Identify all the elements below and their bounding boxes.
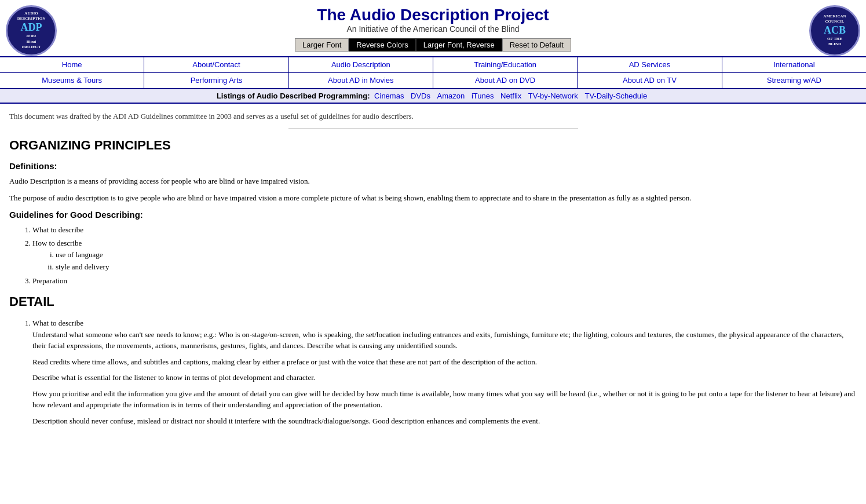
organizing-principles-heading: ORGANIZING PRINCIPLES	[9, 138, 857, 153]
detail-para-2: Read credits where time allows, and subt…	[32, 356, 857, 368]
nav-row-2: Museums & Tours Performing Arts About AD…	[0, 73, 866, 88]
header-center: The Audio Description Project An Initiat…	[295, 6, 571, 52]
logo-left: AUDIODESCRIPTION ADP of theBlindPROJECT	[6, 3, 64, 58]
larger-font-reverse-button[interactable]: Larger Font, Reverse	[416, 38, 502, 52]
detail-para-4: How you prioritise and edit the informat…	[32, 388, 857, 411]
guidelines-heading: Guidelines for Good Describing:	[9, 210, 857, 220]
listings-amazon[interactable]: Amazon	[437, 92, 465, 100]
detail-list: What to describe Understand what someone…	[32, 317, 857, 426]
font-controls: Larger Font Reverse Colors Larger Font, …	[295, 38, 571, 52]
page-header: AUDIODESCRIPTION ADP of theBlindPROJECT …	[0, 0, 866, 56]
nav-streaming-wad[interactable]: Streaming w/AD	[722, 73, 866, 88]
nav-about-ad-movies[interactable]: About AD in Movies	[289, 73, 433, 88]
listings-dvds[interactable]: DVDs	[411, 92, 430, 100]
nav-row-1: Home About/Contact Audio Description Tra…	[0, 57, 866, 73]
reset-to-default-button[interactable]: Reset to Default	[502, 38, 571, 52]
listings-tv-by-network[interactable]: TV-by-Network	[528, 92, 578, 100]
listings-tv-daily-schedule[interactable]: TV-Daily-Schedule	[584, 92, 647, 100]
nav-museums-tours[interactable]: Museums & Tours	[0, 73, 144, 88]
nav-international[interactable]: International	[722, 57, 866, 72]
nav-about-ad-tv[interactable]: About AD on TV	[578, 73, 722, 88]
definitions-heading: Definitions:	[9, 161, 857, 171]
larger-font-button[interactable]: Larger Font	[295, 38, 349, 52]
list-item: Preparation	[32, 275, 857, 287]
detail-para-1: Understand what someone who can't see ne…	[32, 329, 857, 352]
listings-netflix[interactable]: Netflix	[500, 92, 521, 100]
definition-text-2: The purpose of audio description is to g…	[9, 192, 857, 204]
guidelines-list: What to describe How to describe use of …	[32, 224, 857, 287]
main-content: This document was drafted by the ADI AD …	[0, 104, 866, 441]
nav-home[interactable]: Home	[0, 57, 144, 72]
listings-cinemas[interactable]: Cinemas	[374, 92, 404, 100]
detail-para-5: Description should never confuse, mislea…	[32, 415, 857, 427]
detail-item-1: Understand what someone who can't see ne…	[32, 329, 857, 427]
content-divider	[288, 128, 578, 129]
nav-ad-services[interactable]: AD Services	[578, 57, 722, 72]
detail-para-3: Describe what is essential for the liste…	[32, 372, 857, 384]
acb-logo: AMERICANCOUNCIL ACB OF THEBLIND	[809, 5, 860, 56]
detail-list-item: What to describe Understand what someone…	[32, 317, 857, 426]
sub-list: use of language style and delivery	[56, 249, 857, 273]
definition-text-1: Audio Description is a means of providin…	[9, 176, 857, 187]
list-item: How to describe use of language style an…	[32, 238, 857, 273]
adp-logo: AUDIODESCRIPTION ADP of theBlindPROJECT	[6, 5, 57, 56]
nav-audio-description[interactable]: Audio Description	[289, 57, 433, 72]
nav-about-contact[interactable]: About/Contact	[144, 57, 288, 72]
nav-about-ad-dvd[interactable]: About AD on DVD	[433, 73, 578, 88]
list-item: style and delivery	[56, 261, 857, 273]
nav-performing-arts[interactable]: Performing Arts	[144, 73, 288, 88]
site-title: The Audio Description Project	[295, 6, 571, 24]
listings-bar: Listings of Audio Described Programming:…	[0, 89, 866, 104]
list-item: use of language	[56, 249, 857, 261]
detail-heading: DETAIL	[9, 294, 857, 309]
list-item: What to describe	[32, 224, 857, 236]
nav-training-education[interactable]: Training/Education	[433, 57, 578, 72]
navigation: Home About/Contact Audio Description Tra…	[0, 56, 866, 89]
site-subtitle: An Initiative of the American Council of…	[295, 24, 571, 34]
reverse-colors-button[interactable]: Reverse Colors	[349, 38, 416, 52]
listings-itunes[interactable]: iTunes	[472, 92, 494, 100]
listings-label: Listings of Audio Described Programming:	[217, 92, 370, 100]
logo-right: AMERICANCOUNCIL ACB OF THEBLIND	[802, 3, 860, 58]
intro-paragraph: This document was drafted by the ADI AD …	[9, 111, 857, 122]
